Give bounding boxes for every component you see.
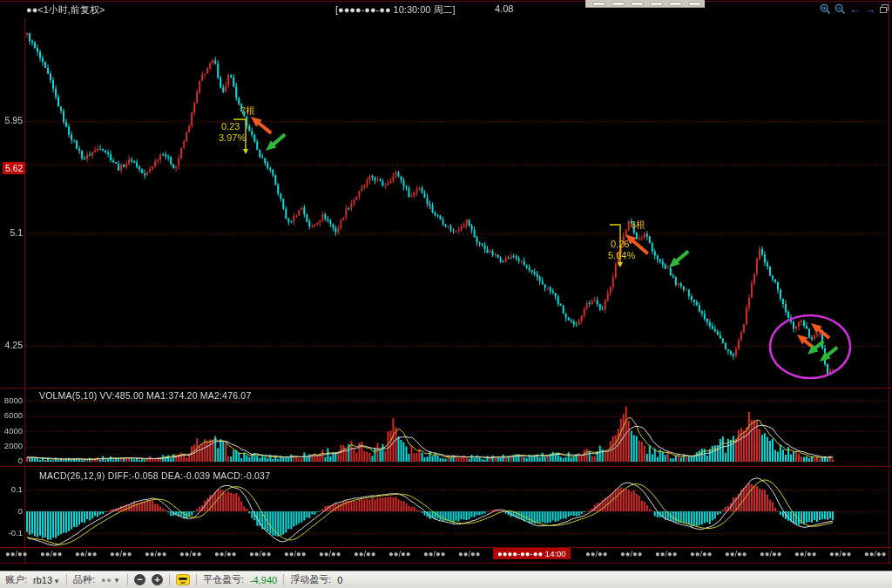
measure-annotation-bars: 7根 bbox=[240, 105, 255, 118]
price-axis-label: 5.1 bbox=[0, 227, 23, 238]
toolbar-button[interactable] bbox=[612, 2, 625, 6]
chevron-down-icon: ▼ bbox=[113, 577, 121, 585]
time-tick: ●●/●● bbox=[5, 549, 28, 558]
pan-right-icon[interactable]: → bbox=[864, 3, 875, 15]
time-tick: ●●/●● bbox=[458, 549, 481, 558]
measure-annotation-percent: 5.04% bbox=[608, 250, 635, 260]
price-axis-label: 5.95 bbox=[0, 115, 23, 125]
time-tick: ●●/●● bbox=[690, 549, 713, 558]
closed-pl-value: -4,940 bbox=[250, 575, 277, 585]
macd-axis-label: -0.1 bbox=[0, 528, 23, 537]
price-axis-label: 4.25 bbox=[0, 340, 23, 350]
volume-panel-header: VOLMA(5,10) VV:485.00 MA1:374.20 MA2:476… bbox=[39, 390, 251, 401]
macd-axis-label: 0.1 bbox=[0, 484, 23, 494]
symbol-label: 品种: bbox=[73, 573, 95, 586]
account-label: 账户: bbox=[5, 573, 27, 586]
time-tick: ●●/●● bbox=[794, 549, 817, 558]
time-tick: ●●/●● bbox=[620, 549, 643, 558]
decrease-button[interactable]: − bbox=[134, 574, 145, 585]
floating-pl-value: 0 bbox=[337, 575, 342, 585]
separator bbox=[127, 574, 128, 585]
separator bbox=[283, 574, 284, 585]
toolbar-button[interactable] bbox=[631, 2, 644, 6]
separator bbox=[196, 574, 197, 585]
chevron-down-icon: ▼ bbox=[53, 578, 60, 585]
account-value: rb13 bbox=[33, 575, 52, 585]
macd-panel-header: MACD(26,12,9) DIFF:-0.058 DEA:-0.039 MAC… bbox=[39, 470, 270, 481]
time-tick-highlight: ●●●●-●●-●● 14:00 bbox=[493, 548, 571, 559]
toolbar-button[interactable] bbox=[592, 2, 605, 6]
increase-button[interactable]: + bbox=[152, 574, 163, 585]
floating-toolbar bbox=[585, 0, 705, 8]
time-tick: ●●/●● bbox=[110, 549, 132, 558]
chart-canvas[interactable] bbox=[0, 0, 892, 588]
time-tick: ●●/●● bbox=[319, 549, 341, 558]
measure-annotation-change: 0.23 bbox=[221, 121, 240, 132]
status-bar: 账户: rb13▼ 品种: ●●▼ − + 平仓盈亏: -4,940 浮动盈亏:… bbox=[0, 571, 892, 588]
top-bar: ●●<1小时,前复权> [●●●●-●●-●● 10:30:00 周二] 4.0… bbox=[0, 0, 892, 17]
time-tick: ●●/●● bbox=[145, 549, 167, 558]
floating-pl-label: 浮动盈亏: bbox=[290, 573, 331, 586]
current-value-label: 4.08 bbox=[495, 3, 513, 14]
time-tick: ●●/●● bbox=[829, 549, 852, 558]
symbol-value: ●● bbox=[101, 576, 112, 585]
volume-axis-label: 8000 bbox=[0, 395, 23, 405]
time-axis: ●●/●●●●/●●●●/●●●●/●●●●/●●●●/●●●●/●●●●/●●… bbox=[0, 547, 892, 562]
zoom-out-icon[interactable] bbox=[835, 3, 846, 15]
toolbar-button[interactable] bbox=[650, 2, 663, 6]
separator bbox=[66, 574, 67, 585]
time-tick: ●●/●● bbox=[423, 549, 446, 558]
toolbar-button[interactable] bbox=[669, 2, 682, 6]
time-tick: ●●/●● bbox=[864, 549, 887, 558]
closed-pl-label: 平仓盈亏: bbox=[203, 573, 244, 586]
measure-annotation-percent: 3.97% bbox=[219, 132, 246, 143]
time-tick: ●●/●● bbox=[179, 549, 202, 558]
smiley-face-icon[interactable] bbox=[176, 574, 190, 585]
time-tick: ●●/●● bbox=[585, 549, 608, 558]
restore-window-icon[interactable] bbox=[879, 3, 889, 14]
separator bbox=[169, 574, 170, 585]
time-tick: ●●/●● bbox=[249, 549, 272, 558]
time-tick: ●●/●● bbox=[284, 549, 307, 558]
time-tick: ●●/●● bbox=[75, 549, 98, 558]
time-tick: ●●/●● bbox=[214, 549, 237, 558]
chart-title: ●●<1小时,前复权> bbox=[26, 3, 105, 17]
volume-axis-label: 2000 bbox=[0, 441, 23, 450]
zoom-in-icon[interactable] bbox=[820, 3, 831, 15]
chart-toolbar-icons: ← → bbox=[820, 3, 889, 15]
time-tick: ●●/●● bbox=[40, 549, 63, 558]
measure-annotation-change: 0.26 bbox=[611, 239, 629, 249]
trading-app-window: ●●<1小时,前复权> [●●●●-●●-●● 10:30:00 周二] 4.0… bbox=[0, 0, 892, 588]
pan-left-icon[interactable]: ← bbox=[849, 3, 861, 15]
account-dropdown[interactable]: rb13▼ bbox=[33, 575, 60, 585]
time-tick: ●●/●● bbox=[760, 549, 782, 558]
volume-axis-label: 4000 bbox=[0, 426, 23, 436]
time-tick: ●●/●● bbox=[655, 549, 678, 558]
macd-axis-label: 0 bbox=[0, 506, 23, 516]
volume-axis-label: 6000 bbox=[0, 410, 23, 420]
time-tick: ●●/●● bbox=[389, 549, 411, 558]
volume-axis-label: 0 bbox=[0, 456, 23, 465]
time-tick: ●●/●● bbox=[725, 549, 747, 558]
measure-annotation-bars: 6根 bbox=[631, 219, 645, 232]
last-price-marker: 5.62 bbox=[3, 162, 25, 174]
datetime-label: [●●●●-●●-●● 10:30:00 周二] bbox=[335, 3, 456, 17]
time-tick: ●●/●● bbox=[354, 549, 376, 558]
toolbar-button[interactable] bbox=[688, 2, 701, 6]
symbol-dropdown[interactable]: ●●▼ bbox=[101, 576, 121, 585]
